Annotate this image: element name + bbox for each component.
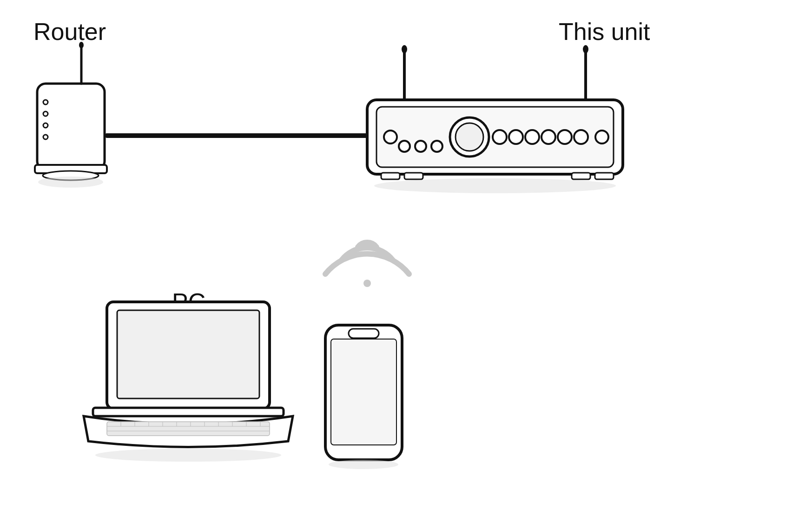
svg-point-9 — [38, 176, 103, 188]
svg-point-21 — [525, 130, 539, 144]
svg-point-22 — [541, 130, 555, 144]
svg-point-8 — [79, 42, 84, 48]
svg-rect-37 — [117, 310, 259, 398]
svg-rect-38 — [93, 408, 284, 416]
svg-point-6 — [43, 135, 48, 139]
laptop-illustration — [84, 302, 293, 462]
svg-point-24 — [574, 130, 588, 144]
svg-point-35 — [363, 280, 371, 287]
svg-rect-55 — [331, 339, 396, 445]
svg-point-15 — [456, 123, 483, 151]
svg-point-5 — [43, 123, 48, 128]
svg-rect-29 — [595, 173, 614, 179]
svg-rect-39 — [107, 422, 270, 436]
wifi-symbol — [325, 242, 409, 287]
svg-point-13 — [384, 131, 397, 144]
svg-point-57 — [329, 460, 398, 469]
smartphone-illustration — [325, 325, 402, 469]
svg-point-25 — [595, 131, 608, 144]
svg-point-33 — [583, 45, 588, 53]
svg-point-23 — [558, 130, 572, 144]
svg-rect-56 — [349, 329, 379, 338]
router-illustration — [35, 42, 107, 188]
svg-point-53 — [95, 449, 281, 462]
svg-rect-26 — [381, 173, 400, 179]
svg-rect-28 — [572, 173, 590, 179]
svg-point-4 — [43, 111, 48, 116]
this-unit-illustration — [367, 45, 623, 193]
svg-point-17 — [415, 141, 426, 152]
svg-point-31 — [402, 45, 407, 53]
svg-point-34 — [374, 178, 616, 193]
svg-point-16 — [399, 141, 410, 152]
svg-point-18 — [431, 141, 442, 152]
svg-rect-27 — [404, 173, 423, 179]
svg-point-19 — [493, 130, 507, 144]
svg-point-20 — [509, 130, 523, 144]
svg-point-3 — [43, 100, 48, 104]
